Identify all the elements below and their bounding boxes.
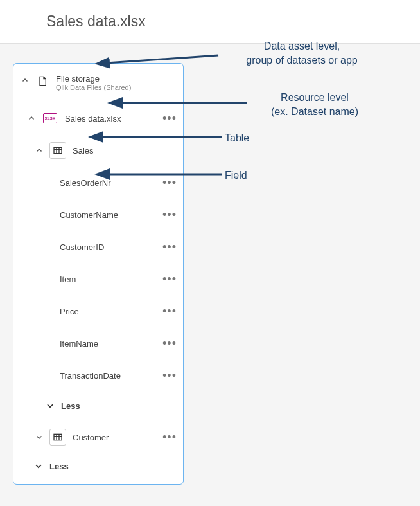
page-header: Sales data.xlsx xyxy=(0,0,420,44)
annotation-arrow xyxy=(0,44,420,494)
page-title: Sales data.xlsx xyxy=(46,13,146,30)
svg-line-8 xyxy=(106,55,218,63)
